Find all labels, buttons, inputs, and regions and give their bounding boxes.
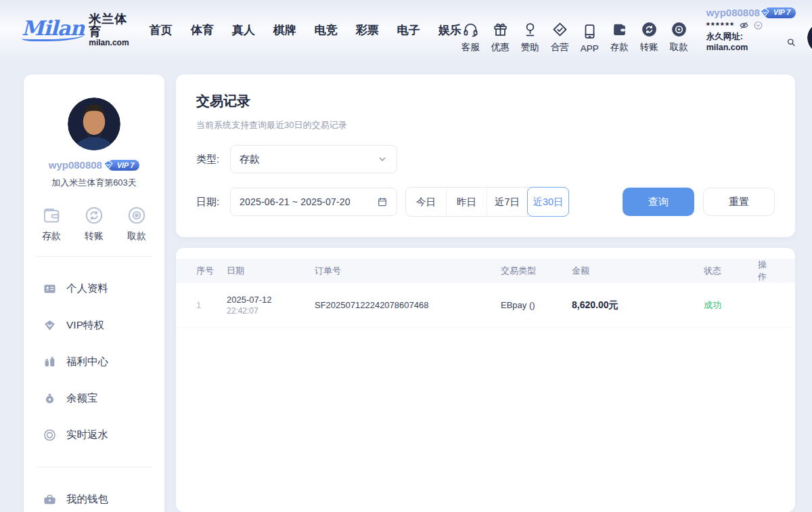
- sidebar-item-wallet[interactable]: 我的钱包: [32, 481, 156, 512]
- profile-section: wyp080808 VIP 7 加入米兰体育第603天: [32, 98, 156, 189]
- reset-button[interactable]: 重置: [703, 188, 775, 216]
- sidebar-item-label: VIP特权: [66, 318, 104, 333]
- col-action: 操作: [758, 259, 775, 283]
- nav-item-board-games[interactable]: 棋牌: [273, 22, 296, 38]
- row-order-no: SF202507122242078607468: [315, 300, 501, 310]
- sidebar-item-label: 实时返水: [66, 428, 108, 442]
- vip-gem-icon: [759, 7, 771, 19]
- nav-item-slots[interactable]: 电子: [397, 22, 420, 38]
- logo-cn-text: 米兰体育: [89, 13, 129, 39]
- quick-actions: 存款 转账 取款: [32, 205, 156, 242]
- quick-action-label: 取款: [127, 230, 146, 242]
- quick-deposit[interactable]: 存款: [41, 205, 62, 242]
- quick-action-label: 转账: [85, 230, 104, 242]
- sidebar-item-vip[interactable]: VIP特权: [32, 307, 156, 343]
- row-status-badge: 成功: [704, 299, 758, 312]
- col-index: 序号: [196, 265, 227, 277]
- page-body: wyp080808 VIP 7 加入米兰体育第603天 存款 转账 取款: [0, 60, 812, 512]
- shortcut-app[interactable]: APP: [581, 23, 599, 54]
- shortcut-label: 存款: [610, 41, 629, 54]
- nav-item-home[interactable]: 首页: [150, 22, 173, 38]
- shortcut-deposit[interactable]: 存款: [610, 21, 629, 54]
- row-index: 1: [196, 300, 227, 310]
- gift-icon: [492, 21, 509, 38]
- user-avatar[interactable]: [807, 22, 812, 54]
- shortcut-promotions[interactable]: 优惠: [491, 21, 510, 54]
- col-order-no: 订单号: [315, 265, 501, 277]
- range-7days-button[interactable]: 近7日: [487, 188, 528, 216]
- sidebar-item-profile[interactable]: 个人资料: [32, 270, 156, 307]
- range-today-button[interactable]: 今日: [406, 188, 447, 216]
- sidebar-menu: 个人资料 VIP特权 福利中心 余额宝 实时返水 我的钱包: [32, 270, 156, 512]
- id-card-icon: [43, 282, 57, 296]
- masked-balance: ******: [706, 21, 735, 30]
- sidebar-item-label: 我的钱包: [66, 492, 108, 507]
- vip-gem-icon: [102, 159, 114, 171]
- shortcut-label: 赞助: [521, 41, 539, 54]
- shortcut-partnership[interactable]: 合营: [551, 21, 569, 54]
- vip-label: VIP 7: [773, 8, 790, 17]
- sidebar-divider: [36, 467, 152, 467]
- range-30days-button[interactable]: 近30日: [527, 187, 569, 217]
- chevron-circle-icon[interactable]: [753, 20, 763, 30]
- shortcut-label: 客服: [461, 41, 480, 54]
- date-filter-row: 日期: 2025-06-21 ~ 2025-07-20 今日 昨日 近7日 近3…: [196, 187, 775, 217]
- headset-icon: [462, 21, 479, 38]
- main-content: 交易记录 当前系统支持查询最近30日的交易记录 类型: 存款 日期: 2025-…: [176, 74, 795, 512]
- col-type: 交易类型: [501, 265, 572, 277]
- page-title: 交易记录: [196, 92, 775, 110]
- row-date-time: 22:42:07: [227, 306, 315, 316]
- date-range-input[interactable]: 2025-06-21 ~ 2025-07-20: [230, 188, 397, 216]
- nav-item-live-casino[interactable]: 真人: [232, 22, 255, 38]
- permanent-url-text: 永久网址: milan.com: [706, 32, 784, 53]
- table-row: 1 2025-07-12 22:42:07 SF2025071222420786…: [176, 283, 795, 328]
- filter-card: 交易记录 当前系统支持查询最近30日的交易记录 类型: 存款 日期: 2025-…: [176, 74, 795, 237]
- medal-icon: [522, 21, 539, 38]
- row-date-day: 2025-07-12: [227, 295, 315, 305]
- nav-item-sports[interactable]: 体育: [191, 22, 214, 38]
- type-select-value: 存款: [240, 153, 260, 166]
- range-yesterday-button[interactable]: 昨日: [447, 188, 487, 216]
- search-button[interactable]: 查询: [623, 188, 694, 216]
- quick-transfer[interactable]: 转账: [84, 205, 104, 242]
- shortcut-withdraw[interactable]: 取款: [670, 21, 688, 54]
- magnifier-icon[interactable]: [786, 37, 796, 47]
- type-filter-row: 类型: 存款: [196, 145, 775, 173]
- main-nav: 首页 体育 真人 棋牌 电竞 彩票 电子 娱乐: [150, 22, 461, 38]
- eye-off-icon[interactable]: [739, 20, 749, 30]
- col-amount: 金额: [572, 265, 704, 277]
- wallet-icon: [611, 21, 628, 38]
- type-select[interactable]: 存款: [230, 145, 397, 173]
- nav-item-lottery[interactable]: 彩票: [356, 22, 379, 38]
- filter-actions: 查询 重置: [623, 188, 775, 216]
- calendar-icon: [377, 196, 388, 207]
- quick-withdraw[interactable]: 取款: [127, 205, 147, 242]
- site-logo[interactable]: Milan 米兰体育 milan.com: [22, 13, 129, 47]
- sidebar-item-benefits[interactable]: 福利中心: [32, 343, 156, 380]
- shortcut-label: 合营: [551, 41, 569, 54]
- table-header: 序号 日期 订单号 交易类型 金额 状态 操作: [176, 259, 795, 283]
- vip-gem-icon: [43, 318, 57, 333]
- sidebar-item-yuebao[interactable]: 余额宝: [32, 380, 156, 417]
- username-text: wyp080808: [706, 7, 760, 20]
- rebate-coin-icon: [43, 428, 57, 442]
- sidebar-item-label: 福利中心: [66, 355, 108, 369]
- logo-script-text: Milan: [22, 18, 84, 41]
- sidebar-divider: [36, 256, 152, 257]
- wallet-outline-icon: [41, 205, 62, 226]
- quick-range-group: 今日 昨日 近7日 近30日: [405, 187, 569, 217]
- profile-username: wyp080808: [49, 159, 102, 171]
- nav-item-esports[interactable]: 电竞: [315, 22, 338, 38]
- col-date: 日期: [227, 265, 315, 277]
- date-label: 日期:: [196, 196, 230, 209]
- profile-avatar[interactable]: [68, 98, 120, 150]
- user-info-block[interactable]: wyp080808 VIP 7 ****** 永久网址: milan.com: [706, 7, 796, 54]
- page-subtitle: 当前系统支持查询最近30日的交易记录: [196, 119, 775, 131]
- sidebar-item-rebate[interactable]: 实时返水: [32, 417, 156, 453]
- shortcut-support[interactable]: 客服: [461, 21, 480, 54]
- handshake-icon: [551, 21, 568, 38]
- shortcut-sponsor[interactable]: 赞助: [521, 21, 539, 54]
- quick-action-label: 存款: [42, 230, 61, 242]
- shortcut-transfer[interactable]: 转账: [640, 21, 658, 54]
- nav-item-entertainment[interactable]: 娱乐: [438, 22, 461, 38]
